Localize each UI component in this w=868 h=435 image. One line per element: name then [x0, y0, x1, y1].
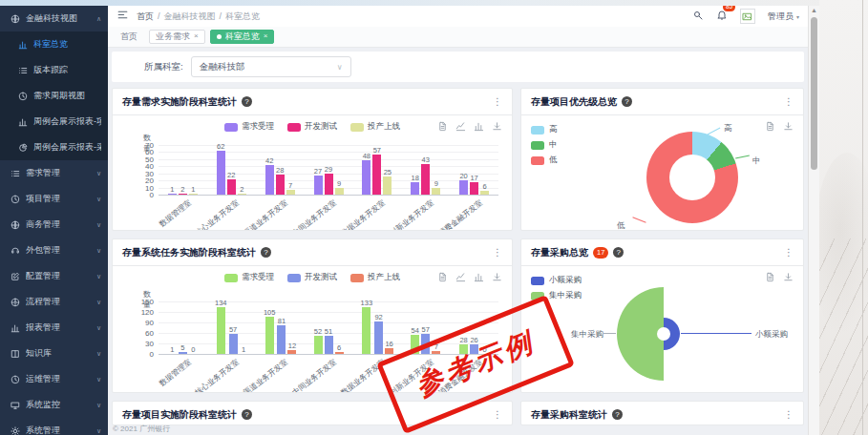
sidebar-item[interactable]: 项目管理∨ [0, 186, 108, 212]
line-chart-icon[interactable] [455, 272, 466, 282]
data-view-icon[interactable] [437, 272, 448, 282]
tab-业务需求[interactable]: 业务需求× [149, 30, 205, 45]
legend-item[interactable]: 中 [531, 139, 558, 151]
panel-menu-icon[interactable]: ⋮ [493, 96, 502, 107]
download-icon[interactable] [492, 121, 502, 132]
legend-item[interactable]: 开发测试 [287, 121, 337, 133]
legend-item[interactable]: 投产上线 [350, 121, 400, 133]
legend-item[interactable]: 高 [531, 124, 558, 135]
bar[interactable] [411, 182, 419, 195]
menu-fold-icon[interactable] [116, 8, 129, 25]
sidebar-item[interactable]: 系统监控∨ [0, 392, 108, 418]
legend-item[interactable]: 投产上线 [350, 272, 400, 283]
panel-menu-icon[interactable]: ⋮ [493, 409, 502, 420]
chart-bar-icon[interactable] [474, 121, 484, 132]
bar[interactable] [470, 182, 478, 195]
legend-item[interactable]: 需求受理 [224, 121, 274, 133]
bar[interactable] [265, 165, 274, 195]
browser-scrollbar[interactable]: ▲ [808, 6, 819, 435]
bar[interactable] [217, 151, 225, 195]
bar[interactable] [335, 188, 344, 195]
download-icon[interactable] [783, 272, 794, 282]
bar[interactable] [385, 348, 393, 354]
bar[interactable] [383, 176, 392, 195]
breadcrumb-item[interactable]: 金融科技视图 [164, 10, 216, 23]
bar[interactable] [179, 352, 187, 354]
bar[interactable] [265, 317, 274, 354]
bar[interactable] [362, 160, 370, 195]
bar[interactable] [432, 188, 440, 195]
scrollbar-thumb[interactable] [811, 17, 817, 170]
line-chart-icon[interactable] [455, 121, 466, 132]
panel-menu-icon[interactable]: ⋮ [784, 247, 794, 258]
sidebar-item[interactable]: 配置管理∨ [0, 263, 108, 289]
search-icon[interactable] [692, 8, 704, 25]
sidebar-item[interactable]: 科室总览 [0, 31, 108, 57]
bar[interactable] [287, 350, 296, 354]
sidebar-item[interactable]: 需求周期视图 [0, 83, 108, 109]
bar[interactable] [459, 180, 468, 195]
tab-首页[interactable]: 首页 [114, 30, 144, 45]
panel-menu-icon[interactable]: ⋮ [493, 247, 502, 258]
bar[interactable] [314, 336, 323, 354]
sidebar-item[interactable]: 金融科技视图∧ [0, 6, 108, 31]
bar[interactable] [286, 190, 295, 195]
sidebar-item[interactable]: 报表管理∨ [0, 315, 108, 341]
sidebar-item[interactable]: 流程管理∨ [0, 289, 108, 315]
bar[interactable] [314, 176, 323, 195]
download-icon[interactable] [783, 121, 794, 132]
bar[interactable] [480, 191, 489, 195]
legend-item[interactable]: 开发测试 [287, 272, 337, 283]
legend-item[interactable]: 低 [531, 155, 558, 166]
notifications-bell[interactable]: 85 [716, 8, 728, 25]
sidebar-item[interactable]: 版本跟踪 [0, 57, 108, 83]
help-icon[interactable]: ? [242, 409, 252, 420]
bar[interactable] [189, 194, 198, 195]
close-icon[interactable]: × [194, 31, 199, 41]
close-icon[interactable]: × [264, 31, 268, 41]
chart-bar-icon[interactable] [474, 272, 484, 282]
sidebar-item[interactable]: 运维管理∨ [0, 366, 108, 392]
avatar[interactable] [740, 9, 755, 24]
bar[interactable] [238, 194, 246, 195]
breadcrumb-item[interactable]: 首页 [137, 10, 154, 23]
legend-item[interactable]: 需求受理 [224, 272, 274, 283]
department-select[interactable]: 金融科技部 ∨ [191, 56, 351, 77]
bar[interactable] [374, 321, 383, 354]
data-view-icon[interactable] [765, 272, 775, 282]
help-icon[interactable]: ? [613, 247, 624, 258]
sidebar-item[interactable]: 周例会展示报表-采购 [0, 135, 108, 160]
bar[interactable] [229, 334, 238, 354]
bar[interactable] [277, 325, 286, 354]
bar[interactable] [362, 307, 370, 354]
bar[interactable] [227, 179, 236, 195]
help-icon[interactable]: ? [612, 409, 623, 420]
bar[interactable] [421, 164, 430, 195]
data-view-icon[interactable] [765, 121, 775, 132]
help-icon[interactable]: ? [622, 96, 632, 107]
scroll-up-arrow[interactable]: ▲ [809, 7, 819, 13]
sidebar-item[interactable]: 需求管理∨ [0, 160, 108, 186]
help-icon[interactable]: ? [242, 96, 252, 107]
donut-chart[interactable] [646, 132, 738, 223]
panel-menu-icon[interactable]: ⋮ [784, 96, 794, 107]
bar[interactable] [217, 307, 225, 354]
sidebar-item[interactable]: 外包管理∨ [0, 238, 108, 263]
download-icon[interactable] [492, 272, 502, 282]
tab-科室总览[interactable]: 科室总览× [210, 30, 275, 45]
sidebar-item[interactable]: 知识库∨ [0, 341, 108, 366]
bar[interactable] [179, 194, 187, 195]
panel-menu-icon[interactable]: ⋮ [784, 409, 794, 420]
data-view-icon[interactable] [437, 121, 448, 132]
bar[interactable] [325, 174, 333, 195]
help-icon[interactable]: ? [261, 247, 271, 258]
sidebar-item[interactable]: 商务管理∨ [0, 212, 108, 238]
bar[interactable] [276, 175, 285, 195]
sidebar-item[interactable]: 系统管理∨ [0, 418, 108, 435]
bar[interactable] [372, 155, 381, 195]
bar[interactable] [325, 336, 333, 354]
sidebar-item[interactable]: 周例会展示报表-项目 [0, 109, 108, 135]
legend-item[interactable]: 小额采购 [531, 275, 582, 286]
user-menu[interactable]: 管理员 ▾ [768, 10, 799, 23]
bar[interactable] [335, 352, 344, 354]
